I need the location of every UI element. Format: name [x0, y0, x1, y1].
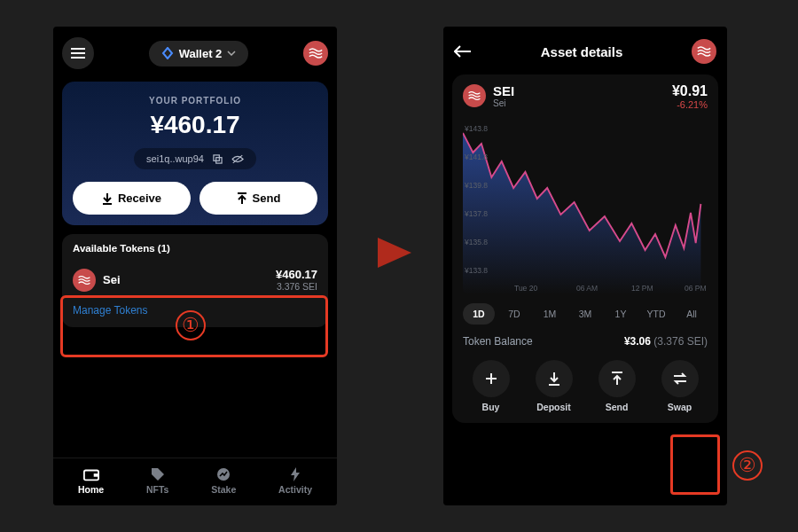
- wallet-name: Wallet 2: [179, 47, 223, 60]
- upload-icon: [237, 192, 247, 205]
- token-name: Sei: [103, 273, 121, 286]
- send-label: Send: [253, 192, 281, 205]
- svg-rect-4: [93, 473, 98, 477]
- swap-icon: [672, 372, 688, 385]
- range-1d[interactable]: 1D: [463, 303, 495, 325]
- tag-icon: [151, 467, 165, 481]
- send-button[interactable]: Send: [200, 182, 317, 215]
- deposit-button[interactable]: Deposit: [526, 360, 582, 412]
- token-amount: 3.376 SEI: [276, 281, 317, 292]
- address-text: sei1q..wup94: [146, 153, 204, 164]
- sei-token-icon: [463, 84, 486, 107]
- asset-ticker-sub: Sei: [493, 98, 514, 108]
- buy-label: Buy: [463, 402, 519, 412]
- swap-label: Swap: [652, 402, 708, 412]
- wallet-home-screen: Wallet 2 YOUR PORTFOLIO ¥460.17 sei1q..w…: [53, 27, 337, 505]
- action-row: Buy Deposit Send: [463, 360, 708, 412]
- ytick: ¥141.8: [465, 153, 488, 161]
- chart-up-icon: [216, 467, 231, 481]
- nav-home[interactable]: Home: [78, 467, 104, 495]
- price-chart[interactable]: ¥143.8 ¥141.8 ¥139.8 ¥137.8 ¥135.8 ¥133.…: [463, 117, 708, 294]
- wallet-icon: [83, 467, 99, 481]
- buy-button[interactable]: Buy: [463, 360, 519, 412]
- ytick: ¥139.8: [465, 181, 488, 190]
- asset-header: SEI Sei ¥0.91 -6.21%: [463, 83, 708, 110]
- portfolio-card: YOUR PORTFOLIO ¥460.17 sei1q..wup94 Rece…: [62, 82, 328, 225]
- download-icon: [102, 192, 113, 205]
- chevron-down-icon: [227, 51, 236, 56]
- asset-price: ¥0.91: [672, 83, 708, 99]
- sei-token-icon: [73, 269, 96, 292]
- range-1m[interactable]: 1M: [534, 303, 566, 325]
- tokens-card: Available Tokens (1) Sei ¥460.17 3.376 S…: [62, 234, 328, 327]
- xtick: Tue 20: [514, 284, 537, 293]
- annotation-number-2: ②: [732, 450, 763, 481]
- nav-home-label: Home: [78, 484, 104, 495]
- balance-sub: (3.376 SEI): [653, 335, 708, 348]
- sei-logo-icon[interactable]: [692, 39, 716, 64]
- range-3m[interactable]: 3M: [569, 303, 601, 325]
- topbar: Wallet 2: [53, 27, 337, 76]
- send-button[interactable]: Send: [589, 360, 645, 412]
- back-button[interactable]: [454, 45, 472, 58]
- nav-stake[interactable]: Stake: [211, 467, 236, 495]
- sei-logo-icon[interactable]: [303, 41, 328, 66]
- copy-icon[interactable]: [213, 154, 223, 164]
- download-icon: [548, 372, 560, 386]
- receive-label: Receive: [118, 192, 161, 205]
- page-title: Asset details: [541, 44, 623, 59]
- token-value: ¥460.17: [276, 268, 317, 281]
- arrow-icon: [372, 231, 417, 275]
- range-all[interactable]: All: [676, 303, 708, 325]
- balance-value: ¥3.06: [624, 335, 651, 348]
- ytick: ¥137.8: [465, 209, 488, 218]
- topbar: Asset details: [443, 27, 727, 71]
- send-label: Send: [589, 402, 645, 412]
- ytick: ¥143.8: [465, 124, 488, 133]
- arrow-left-icon: [454, 45, 472, 58]
- receive-button[interactable]: Receive: [73, 182, 191, 215]
- nav-activity[interactable]: Activity: [278, 467, 312, 495]
- manage-tokens-link[interactable]: Manage Tokens: [73, 304, 317, 317]
- tokens-title: Available Tokens (1): [73, 243, 317, 254]
- range-tabs: 1D 7D 1M 3M 1Y YTD All: [463, 303, 708, 325]
- plus-icon: [484, 372, 498, 386]
- hamburger-icon: [71, 48, 85, 59]
- asset-card: SEI Sei ¥0.91 -6.21% ¥143.8 ¥141.8 ¥139.…: [452, 74, 718, 423]
- ytick: ¥135.8: [465, 238, 488, 246]
- address-chip[interactable]: sei1q..wup94: [134, 148, 256, 169]
- diamond-icon: [161, 47, 174, 59]
- menu-button[interactable]: [62, 37, 94, 69]
- lightning-icon: [290, 467, 301, 481]
- token-row-left: Sei: [73, 269, 121, 292]
- balance-row: Token Balance ¥3.06 (3.376 SEI): [463, 335, 708, 348]
- asset-pct-change: -6.21%: [672, 99, 708, 110]
- swap-button[interactable]: Swap: [652, 360, 708, 412]
- asset-ticker: SEI: [493, 83, 514, 98]
- nav-stake-label: Stake: [211, 484, 236, 495]
- xtick: 12 PM: [631, 284, 653, 293]
- nav-nfts[interactable]: NFTs: [146, 467, 168, 495]
- xtick: 06 AM: [576, 284, 598, 293]
- asset-details-screen: Asset details SEI Sei ¥0.91 -6.21% ¥: [443, 27, 727, 505]
- xtick: 06 PM: [685, 284, 707, 293]
- range-ytd[interactable]: YTD: [640, 303, 672, 325]
- portfolio-label: YOUR PORTFOLIO: [73, 96, 317, 106]
- nav-nfts-label: NFTs: [146, 484, 168, 495]
- token-row-sei[interactable]: Sei ¥460.17 3.376 SEI: [73, 262, 317, 301]
- ytick: ¥133.8: [465, 266, 488, 275]
- token-row-right: ¥460.17 3.376 SEI: [276, 268, 317, 292]
- sei-wave-icon: [308, 45, 324, 61]
- portfolio-amount: ¥460.17: [73, 111, 317, 139]
- eye-off-icon[interactable]: [231, 154, 244, 164]
- range-7d[interactable]: 7D: [498, 303, 530, 325]
- deposit-label: Deposit: [526, 402, 582, 412]
- balance-label: Token Balance: [463, 335, 533, 348]
- nav-activity-label: Activity: [278, 484, 312, 495]
- action-buttons: Receive Send: [73, 182, 317, 215]
- upload-icon: [611, 372, 623, 386]
- range-1y[interactable]: 1Y: [605, 303, 637, 325]
- bottom-nav: Home NFTs Stake Activity: [53, 458, 337, 505]
- chart-svg: [463, 117, 708, 294]
- wallet-selector[interactable]: Wallet 2: [149, 41, 249, 66]
